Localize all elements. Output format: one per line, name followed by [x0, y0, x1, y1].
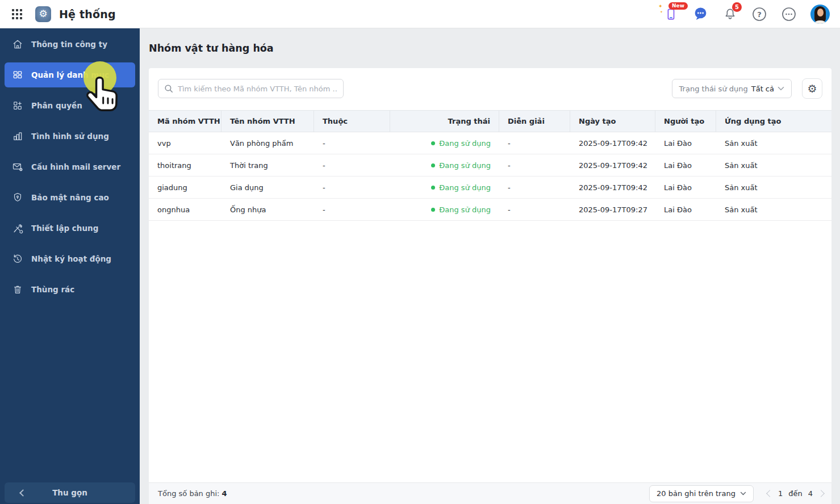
- cell-status: Đang sử dụng: [390, 154, 499, 176]
- tools-icon: [12, 222, 23, 234]
- table-row[interactable]: giadung Gia dụng - Đang sử dụng - 2025-0…: [149, 177, 831, 199]
- cell-code: giadung: [149, 177, 222, 198]
- system-app-logo-gear-icon[interactable]: ⚙: [35, 6, 51, 22]
- page-title: Nhóm vật tư hàng hóa: [149, 28, 831, 68]
- history-icon: [12, 253, 23, 264]
- sidebar-item-phan-quyen[interactable]: Phân quyền: [5, 93, 135, 118]
- column-header-description[interactable]: Diễn giải: [499, 111, 570, 132]
- column-header-created-by[interactable]: Người tạo: [655, 111, 716, 132]
- total-records-value: 4: [222, 489, 227, 498]
- cell-created-app: Sản xuất: [716, 177, 831, 198]
- collapse-label: Thu gọn: [52, 488, 87, 497]
- main-content: Nhóm vật tư hàng hóa Trạng thái sử dụng …: [140, 28, 840, 504]
- column-header-parent[interactable]: Thuộc: [314, 111, 390, 132]
- chat-icon[interactable]: [692, 6, 708, 22]
- sidebar-item-label: Thông tin công ty: [31, 40, 107, 49]
- collapse-sidebar-button[interactable]: Thu gọn: [5, 482, 135, 503]
- sparkle-icon: ✦: [660, 10, 663, 14]
- next-page-button[interactable]: [817, 490, 825, 497]
- topbar-right: ✦ ✦ New 5: [663, 5, 830, 24]
- cell-description: -: [499, 154, 570, 176]
- mail-gear-icon: [12, 161, 23, 173]
- sidebar-item-tinh-hinh-su-dung[interactable]: Tình hình sử dụng: [5, 124, 135, 149]
- cell-created-by: Lai Đào: [655, 132, 716, 154]
- content-card: Trạng thái sử dụng Tất cả ⚙ Mã nhóm VTTH…: [149, 68, 831, 504]
- cell-created-by: Lai Đào: [655, 177, 716, 198]
- topbar-left: ⚙ Hệ thống: [11, 6, 116, 22]
- cell-code: thoitrang: [149, 154, 222, 176]
- mobile-app-icon[interactable]: ✦ ✦ New: [663, 6, 679, 22]
- cell-created-by: Lai Đào: [655, 154, 716, 176]
- sidebar-item-cau-hinh-mail-server[interactable]: Cấu hình mail server: [5, 154, 135, 179]
- home-icon: [12, 39, 23, 50]
- range-start: 1: [778, 489, 783, 498]
- sidebar-item-label: Phân quyền: [31, 101, 82, 110]
- search-box: [158, 79, 344, 98]
- sidebar-item-label: Thiết lập chung: [31, 224, 98, 233]
- table-row[interactable]: vvp Văn phòng phẩm - Đang sử dụng - 2025…: [149, 132, 831, 154]
- status-filter-dropdown[interactable]: Trạng thái sử dụng Tất cả: [672, 79, 792, 98]
- sidebar-item-label: Cấu hình mail server: [31, 162, 120, 171]
- total-records-label: Tổng số bản ghi:: [158, 489, 219, 498]
- range-separator: đến: [788, 489, 803, 498]
- column-header-name[interactable]: Tên nhóm VTTH: [222, 111, 314, 132]
- sidebar-item-thiet-lap-chung[interactable]: Thiết lập chung: [5, 216, 135, 241]
- cell-status: Đang sử dụng: [390, 132, 499, 154]
- catalog-grid-icon: [12, 69, 23, 81]
- sidebar: Thông tin công ty Quản lý danh mục Phân …: [0, 28, 140, 504]
- column-header-created-app[interactable]: Ứng dụng tạo: [716, 111, 831, 132]
- status-dot-icon: [431, 141, 435, 145]
- cell-created-date: 2025-09-17T09:27: [570, 199, 655, 220]
- sidebar-item-thong-tin-cong-ty[interactable]: Thông tin công ty: [5, 32, 135, 57]
- sidebar-item-bao-mat-nang-cao[interactable]: Bảo mật nâng cao: [5, 185, 135, 210]
- app-grid-icon[interactable]: [11, 9, 23, 20]
- cell-code: vvp: [149, 132, 222, 154]
- sidebar-item-nhat-ky-hoat-dong[interactable]: Nhật ký hoạt động: [5, 246, 135, 271]
- cell-name: Thời trang: [222, 154, 314, 176]
- toolbar: Trạng thái sử dụng Tất cả ⚙: [149, 68, 831, 99]
- cell-name: Gia dụng: [222, 177, 314, 198]
- search-input[interactable]: [178, 85, 337, 93]
- chevron-left-icon: [19, 489, 27, 497]
- grid-plus-icon: [12, 100, 23, 111]
- column-header-code[interactable]: Mã nhóm VTTH: [149, 111, 222, 132]
- chevron-down-icon: [740, 492, 746, 495]
- footer-right: 20 bản ghi trên trang 1 đến 4: [649, 485, 824, 502]
- table-settings-button[interactable]: ⚙: [802, 78, 822, 99]
- column-header-status[interactable]: Trạng thái: [390, 111, 499, 132]
- sidebar-item-label: Thùng rác: [31, 285, 74, 294]
- search-icon: [164, 84, 173, 93]
- toolbar-right: Trạng thái sử dụng Tất cả ⚙: [672, 78, 822, 99]
- range-end: 4: [808, 489, 813, 498]
- sidebar-item-quan-ly-danh-muc[interactable]: Quản lý danh mục: [5, 62, 135, 87]
- avatar-shirt: [815, 20, 825, 24]
- cell-status: Đang sử dụng: [390, 177, 499, 198]
- app-window: ⚙ Hệ thống ✦ ✦ New: [0, 0, 840, 504]
- sidebar-item-label: Bảo mật nâng cao: [31, 193, 109, 202]
- more-options-icon[interactable]: [781, 6, 797, 22]
- user-avatar[interactable]: [810, 5, 830, 24]
- status-filter-label: Trạng thái sử dụng: [679, 85, 748, 93]
- sidebar-item-label: Tình hình sử dụng: [31, 132, 109, 141]
- status-dot-icon: [431, 186, 435, 190]
- sidebar-item-label: Nhật ký hoạt động: [31, 254, 111, 263]
- sidebar-item-thung-rac[interactable]: Thùng rác: [5, 277, 135, 302]
- gear-icon: ⚙: [807, 82, 817, 95]
- page-size-dropdown[interactable]: 20 bản ghi trên trang: [649, 485, 754, 502]
- notification-count-badge: 5: [732, 2, 742, 12]
- column-header-created-date[interactable]: Ngày tạo: [570, 111, 655, 132]
- notification-bell-icon[interactable]: 5: [722, 6, 738, 22]
- cell-description: -: [499, 177, 570, 198]
- cell-created-app: Sản xuất: [716, 199, 831, 220]
- svg-text:?: ?: [757, 10, 762, 19]
- table-row[interactable]: thoitrang Thời trang - Đang sử dụng - 20…: [149, 154, 831, 177]
- cell-parent: -: [314, 177, 390, 198]
- cell-parent: -: [314, 154, 390, 176]
- table-row[interactable]: ongnhua Ống nhựa - Đang sử dụng - 2025-0…: [149, 199, 831, 221]
- pagination: 1 đến 4: [767, 489, 824, 498]
- help-icon[interactable]: ?: [751, 6, 767, 22]
- cell-code: ongnhua: [149, 199, 222, 220]
- material-groups-table: Mã nhóm VTTH Tên nhóm VTTH Thuộc Trạng t…: [149, 110, 831, 221]
- previous-page-button[interactable]: [766, 490, 774, 497]
- chevron-down-icon: [778, 86, 784, 91]
